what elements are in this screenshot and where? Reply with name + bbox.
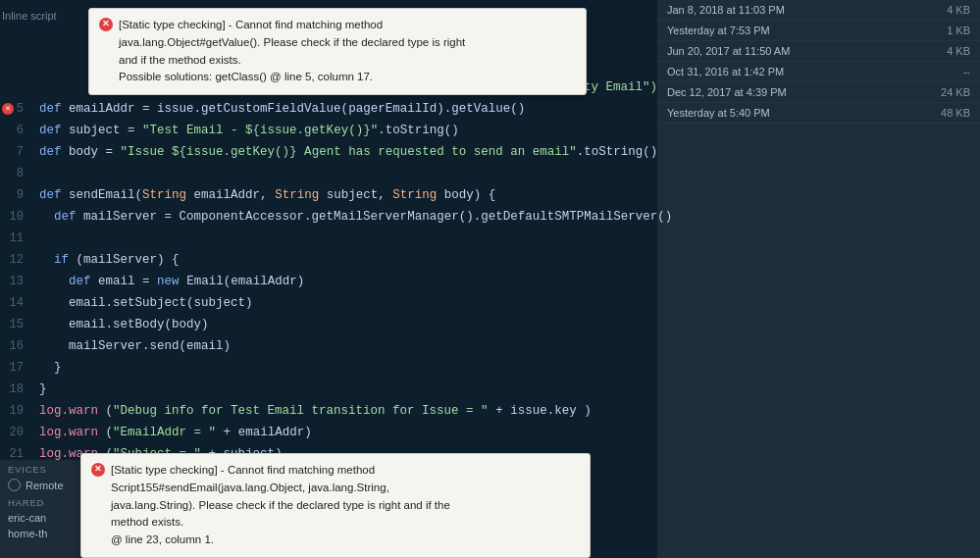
line-content-10: def mailServer = ComponentAccessor.getMa… <box>31 206 672 228</box>
line-content-16: mailServer.send(email) <box>31 335 231 357</box>
line-num-5: ✕ 5 <box>0 98 31 120</box>
line-content-17: } <box>31 357 62 379</box>
remote-label: Remote <box>26 480 64 491</box>
code-line-9: 9 def sendEmail(String emailAddr, String… <box>0 184 657 206</box>
file-date-2: Yesterday at 7:53 PM <box>667 25 770 36</box>
file-size-6: 48 KB <box>941 107 970 119</box>
file-row-1[interactable]: Jan 8, 2018 at 11:03 PM 4 KB <box>657 0 980 21</box>
file-size-5: 24 KB <box>941 86 970 98</box>
code-line-17: 17 } <box>0 357 657 379</box>
tooltip-text-1: [Static type checking] - Cannot find mat… <box>119 17 465 86</box>
devices-section-label: evices <box>0 460 83 477</box>
home-sidebar-item[interactable]: home-th <box>0 526 83 541</box>
home-label: home-th <box>8 528 47 539</box>
file-list: Jan 8, 2018 at 11:03 PM 4 KB Yesterday a… <box>657 0 980 558</box>
inline-script-label: Inline script <box>2 10 57 22</box>
code-line-5: ✕ 5 def emailAddr = issue.getCustomField… <box>0 98 657 120</box>
code-line-14: 14 email.setSubject(subject) <box>0 292 657 314</box>
line-num-10: 10 <box>0 206 31 228</box>
file-panel: Jan 8, 2018 at 11:03 PM 4 KB Yesterday a… <box>657 0 980 558</box>
remote-icon <box>8 479 21 491</box>
tooltip-text-2: [Static type checking] - Cannot find mat… <box>111 462 450 549</box>
line-content-9: def sendEmail(String emailAddr, String s… <box>31 184 495 206</box>
line-num-9: 9 <box>0 184 31 206</box>
code-line-6: 6 def subject = "Test Email - ${issue.ge… <box>0 120 657 141</box>
code-line-7: 7 def body = "Issue ${issue.getKey()} Ag… <box>0 141 657 163</box>
code-line-15: 15 email.setBody(body) <box>0 314 657 335</box>
bottom-sidebar: evices Remote hared eric-can home-th <box>0 460 83 558</box>
code-line-12: 12 if (mailServer) { <box>0 249 657 271</box>
file-row-6[interactable]: Yesterday at 5:40 PM 48 KB <box>657 103 980 124</box>
code-line-20: 20 log.warn ("EmailAddr = " + emailAddr) <box>0 422 657 443</box>
tooltip-error-icon-2: ✕ <box>91 463 105 477</box>
shared-section-label: hared <box>0 493 83 510</box>
line-num-8: 8 <box>0 163 31 184</box>
file-size-3: 4 KB <box>947 45 970 57</box>
line-content-14: email.setSubject(subject) <box>31 292 253 314</box>
code-line-19: 19 log.warn ("Debug info for Test Email … <box>0 400 657 422</box>
error-tooltip-1: ✕ [Static type checking] - Cannot find m… <box>88 8 587 95</box>
file-size-1: 4 KB <box>947 4 970 16</box>
code-line-8: 8 <box>0 163 657 184</box>
file-date-6: Yesterday at 5:40 PM <box>667 107 770 119</box>
line-num-18: 18 <box>0 379 31 400</box>
file-date-4: Oct 31, 2016 at 1:42 PM <box>667 66 784 77</box>
file-row-5[interactable]: Dec 12, 2017 at 4:39 PM 24 KB <box>657 82 980 103</box>
line-num-12: 12 <box>0 249 31 271</box>
line-num-6: 6 <box>0 120 31 141</box>
remote-sidebar-item[interactable]: Remote <box>0 477 83 493</box>
line-num-16: 16 <box>0 335 31 357</box>
line-num-13: 13 <box>0 271 31 292</box>
file-size-2: 1 KB <box>947 25 970 36</box>
code-line-13: 13 def email = new Email(emailAddr) <box>0 271 657 292</box>
line-num-17: 17 <box>0 357 31 379</box>
line-content-12: if (mailServer) { <box>31 249 180 271</box>
line-num-7: 7 <box>0 141 31 163</box>
error-dot-5: ✕ <box>2 103 14 115</box>
file-row-3[interactable]: Jun 20, 2017 at 11:50 AM 4 KB <box>657 41 980 62</box>
code-line-11: 11 <box>0 228 657 249</box>
line-content-7: def body = "Issue ${issue.getKey()} Agen… <box>31 141 657 163</box>
eric-sidebar-item[interactable]: eric-can <box>0 510 83 526</box>
line-content-6: def subject = "Test Email - ${issue.getK… <box>31 120 459 141</box>
line-num-20: 20 <box>0 422 31 443</box>
line-content-15: email.setBody(body) <box>31 314 209 335</box>
line-num-15: 15 <box>0 314 31 335</box>
line-content-20: log.warn ("EmailAddr = " + emailAddr) <box>31 422 312 443</box>
code-line-10: 10 def mailServer = ComponentAccessor.ge… <box>0 206 657 228</box>
line-num-11: 11 <box>0 228 31 249</box>
file-row-4[interactable]: Oct 31, 2016 at 1:42 PM -- <box>657 62 980 82</box>
tooltip-error-icon-1: ✕ <box>99 18 113 31</box>
line-content-5: def emailAddr = issue.getCustomFieldValu… <box>31 98 525 120</box>
file-row-2[interactable]: Yesterday at 7:53 PM 1 KB <box>657 21 980 41</box>
line-content-13: def email = new Email(emailAddr) <box>31 271 304 292</box>
error-tooltip-2: ✕ [Static type checking] - Cannot find m… <box>80 453 591 558</box>
file-date-3: Jun 20, 2017 at 11:50 AM <box>667 45 790 57</box>
file-date-5: Dec 12, 2017 at 4:39 PM <box>667 86 787 98</box>
line-content-18: } <box>31 379 47 400</box>
line-num-14: 14 <box>0 292 31 314</box>
file-size-4: -- <box>963 66 970 77</box>
code-line-16: 16 mailServer.send(email) <box>0 335 657 357</box>
file-date-1: Jan 8, 2018 at 11:03 PM <box>667 4 785 16</box>
eric-label: eric-can <box>8 512 46 524</box>
line-content-19: log.warn ("Debug info for Test Email tra… <box>31 400 592 422</box>
code-line-18: 18 } <box>0 379 657 400</box>
line-num-19: 19 <box>0 400 31 422</box>
